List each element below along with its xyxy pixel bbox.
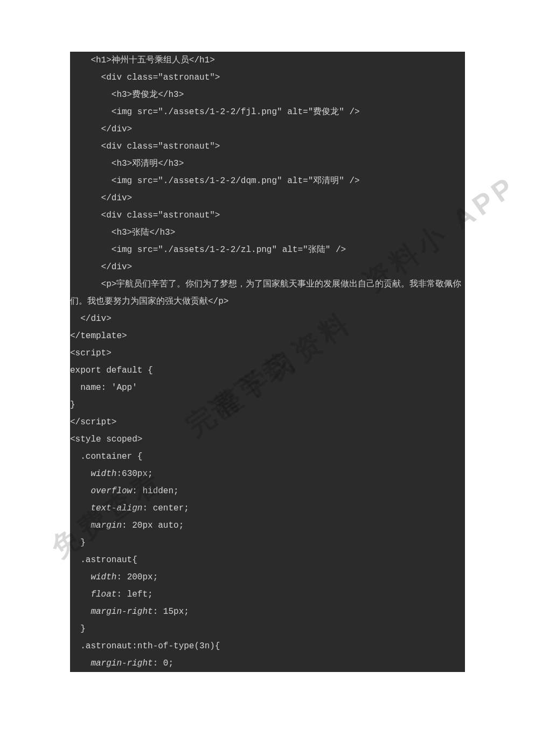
code-line: margin-right: 0; xyxy=(70,655,465,672)
code-line: </div> xyxy=(70,121,465,138)
code-line: name: 'App' xyxy=(70,379,465,396)
code-line: float: left; xyxy=(70,586,465,603)
code-line: <div class="astronaut"> xyxy=(70,138,465,155)
code-line: <div class="astronaut"> xyxy=(70,69,465,86)
code-line: } xyxy=(70,396,465,414)
code-line: margin: 20px auto; xyxy=(70,517,465,534)
code-line: <h1>神州十五号乘组人员</h1> xyxy=(70,52,465,69)
code-line: <h3>费俊龙</h3> xyxy=(70,86,465,103)
code-line: } xyxy=(70,620,465,638)
code-line: </div> xyxy=(70,310,465,327)
code-block: <h1>神州十五号乘组人员</h1> <div class="astronaut… xyxy=(70,52,465,672)
code-line: overflow: hidden; xyxy=(70,482,465,500)
code-line: margin-right: 15px; xyxy=(70,603,465,620)
code-line: text-align: center; xyxy=(70,500,465,517)
code-line: </div> xyxy=(70,258,465,276)
code-line: </template> xyxy=(70,327,465,345)
code-line: width:630px; xyxy=(70,465,465,482)
code-line: <img src="./assets/1-2-2/fjl.png" alt="费… xyxy=(70,103,465,121)
code-line: <div class="astronaut"> xyxy=(70,207,465,224)
code-line: .container { xyxy=(70,448,465,465)
code-line: <h3>邓清明</h3> xyxy=(70,155,465,172)
code-line: export default { xyxy=(70,362,465,379)
code-line: <img src="./assets/1-2-2/dqm.png" alt="邓… xyxy=(70,172,465,190)
code-line: <p>宇航员们辛苦了。你们为了梦想，为了国家航天事业的发展做出自己的贡献。我非常… xyxy=(70,276,465,310)
code-line: .astronaut{ xyxy=(70,551,465,569)
code-line: </script> xyxy=(70,414,465,431)
code-line: </div> xyxy=(70,190,465,207)
code-container: <h1>神州十五号乘组人员</h1> <div class="astronaut… xyxy=(70,52,465,672)
code-line: <style scoped> xyxy=(70,431,465,448)
code-line: <img src="./assets/1-2-2/zl.png" alt="张陆… xyxy=(70,241,465,258)
code-line: <h3>张陆</h3> xyxy=(70,224,465,241)
code-line: } xyxy=(70,534,465,551)
code-line: width: 200px; xyxy=(70,569,465,586)
code-line: <script> xyxy=(70,345,465,362)
code-line: .astronaut:nth-of-type(3n){ xyxy=(70,638,465,655)
